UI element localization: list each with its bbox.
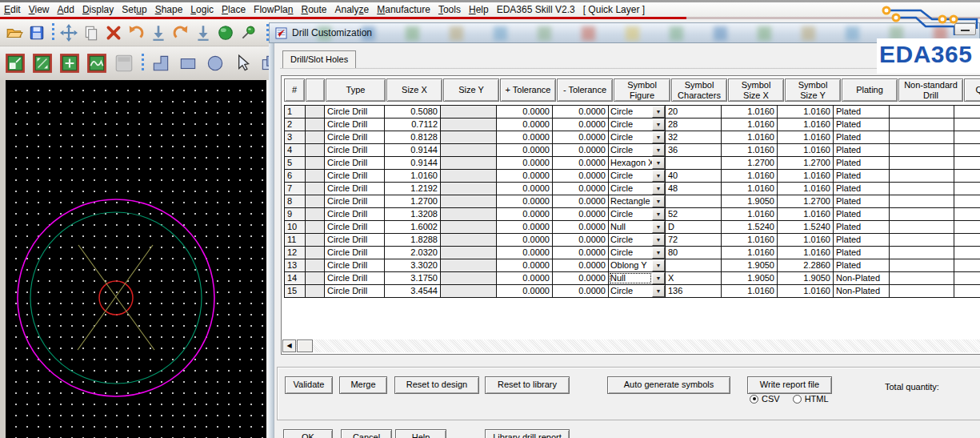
cell-size_x[interactable]: 1.0160 — [385, 169, 441, 183]
auto-generate-symbols-button[interactable]: Auto generate symbols — [607, 376, 730, 394]
menu-item-view[interactable]: View — [26, 4, 53, 15]
cell-plating[interactable]: Plated — [834, 156, 890, 170]
cell-type[interactable]: Circle Drill — [325, 182, 385, 195]
cell-plating[interactable]: Plated — [834, 143, 890, 157]
radio-html[interactable]: HTML — [793, 394, 829, 404]
cell-symbol_size_y[interactable]: 1.9050 — [778, 271, 834, 285]
merge-button[interactable]: Merge — [339, 376, 387, 394]
cell-symbol_characters[interactable]: 80 — [666, 246, 722, 259]
cell-non_standard_drill[interactable] — [890, 131, 954, 144]
symbol-figure-value[interactable]: Circle — [609, 170, 652, 182]
cell-plating[interactable]: Plated — [834, 220, 890, 234]
menu-item-display[interactable]: Display — [79, 4, 117, 15]
symbol-figure-dropdown-button[interactable]: ▼ — [652, 285, 665, 297]
menu-item-eda365-skill-v2.3[interactable]: EDA365 Skill V2.3 — [494, 4, 578, 15]
cell-symbol_figure[interactable]: Circle▼ — [609, 118, 666, 131]
symbol-figure-value[interactable]: Oblong Y — [609, 259, 652, 271]
symbol-figure-value[interactable]: Circle — [609, 183, 652, 195]
symbol-figure-dropdown-button[interactable]: ▼ — [652, 183, 665, 195]
cell-non_standard_drill[interactable] — [890, 105, 954, 119]
scroll-left-button[interactable]: ◀ — [282, 340, 296, 352]
horizontal-scrollbar[interactable]: ◀ — [282, 340, 980, 352]
undo-icon[interactable] — [127, 24, 145, 42]
radio-html-circle[interactable] — [793, 395, 802, 404]
cell-symbol_size_x[interactable]: 1.5240 — [722, 220, 778, 234]
menu-item-edit[interactable]: Edit — [1, 4, 24, 15]
ok-button[interactable]: OK — [283, 429, 333, 438]
cell-non_standard_drill[interactable] — [890, 259, 954, 272]
column-header-non_standard_drill[interactable]: Non-standard Drill — [898, 78, 963, 102]
symbol-figure-dropdown-button[interactable]: ▼ — [652, 195, 665, 207]
cell-plus_tolerance[interactable]: 0.0000 — [497, 169, 553, 183]
cell-symbol_figure[interactable]: Circle▼ — [609, 233, 666, 247]
column-header-num[interactable]: # — [284, 78, 305, 102]
pcb-canvas[interactable] — [6, 80, 266, 438]
cell-type[interactable]: Circle Drill — [325, 233, 385, 247]
cell-plus_tolerance[interactable]: 0.0000 — [497, 131, 553, 144]
cell-non_standard_drill[interactable] — [890, 156, 954, 170]
cell-symbol_characters[interactable]: X — [666, 271, 722, 285]
cell-symbol_characters[interactable]: 136 — [666, 284, 722, 298]
cell-symbol_size_y[interactable]: 1.0160 — [778, 118, 834, 131]
cell-size_x[interactable]: 1.2700 — [385, 195, 441, 208]
menu-item-quick-layer[interactable]: [ Quick Layer ] — [580, 4, 648, 15]
cell-plus_tolerance[interactable]: 0.0000 — [497, 105, 553, 119]
cell-symbol_figure[interactable]: Circle▼ — [609, 169, 666, 183]
symbol-figure-value[interactable]: Circle — [609, 131, 652, 143]
cell-non_standard_drill[interactable] — [890, 220, 954, 234]
column-header-symbol_characters[interactable]: Symbol Characters — [671, 78, 727, 102]
cell-plating[interactable]: Plated — [834, 169, 890, 183]
cell-minus_tolerance[interactable]: 0.0000 — [553, 169, 609, 183]
column-header-symbol_size_x[interactable]: Symbol Size X — [728, 78, 784, 102]
cell-plus_tolerance[interactable]: 0.0000 — [497, 271, 553, 285]
cell-plus_tolerance[interactable]: 0.0000 — [497, 182, 553, 195]
menu-item-logic[interactable]: Logic — [187, 4, 217, 15]
symbol-figure-dropdown-button[interactable]: ▼ — [652, 144, 665, 156]
cell-non_standard_drill[interactable] — [890, 182, 954, 195]
cell-minus_tolerance[interactable]: 0.0000 — [553, 182, 609, 195]
cell-plus_tolerance[interactable]: 0.0000 — [497, 233, 553, 247]
cell-non_standard_drill[interactable] — [890, 195, 954, 208]
symbol-figure-value[interactable]: Circle — [609, 144, 652, 156]
cell-quantity[interactable] — [954, 271, 980, 285]
cell-symbol_size_x[interactable]: 1.0160 — [722, 246, 778, 259]
cell-symbol_figure[interactable]: Circle▼ — [609, 182, 666, 195]
cell-non_standard_drill[interactable] — [890, 118, 954, 131]
column-header-symbol_figure[interactable]: Symbol Figure — [614, 78, 670, 102]
zoom-in-icon[interactable] — [59, 53, 80, 74]
cell-type[interactable]: Circle Drill — [325, 207, 385, 221]
cell-type[interactable]: Circle Drill — [325, 131, 385, 144]
circle-shape-icon[interactable] — [205, 53, 226, 74]
symbol-figure-dropdown-button[interactable]: ▼ — [652, 247, 665, 259]
cell-symbol_size_x[interactable]: 1.2700 — [722, 156, 778, 170]
inner-pad-circle[interactable] — [30, 212, 202, 384]
cell-symbol_figure[interactable]: Circle▼ — [609, 143, 666, 157]
cell-size_x[interactable]: 1.6002 — [385, 220, 441, 234]
dialog-titlebar[interactable]: Drill Customization — [269, 22, 980, 43]
cell-non_standard_drill[interactable] — [890, 271, 954, 285]
delete-icon[interactable] — [105, 24, 122, 42]
cell-quantity[interactable] — [954, 131, 980, 144]
cell-minus_tolerance[interactable]: 0.0000 — [553, 143, 609, 157]
cell-type[interactable]: Circle Drill — [325, 105, 385, 119]
column-header-minus_tolerance[interactable]: - Tolerance — [557, 78, 613, 102]
cell-quantity[interactable] — [954, 143, 980, 157]
cell-plus_tolerance[interactable]: 0.0000 — [497, 284, 553, 298]
cell-symbol_size_x[interactable]: 1.0160 — [722, 284, 778, 298]
symbol-figure-dropdown-button[interactable]: ▼ — [652, 119, 665, 131]
menu-item-route[interactable]: Route — [298, 4, 330, 15]
menu-item-shape[interactable]: Shape — [152, 4, 186, 15]
column-header-symbol_size_y[interactable]: Symbol Size Y — [785, 78, 841, 102]
cell-minus_tolerance[interactable]: 0.0000 — [553, 131, 609, 144]
column-header-plating[interactable]: Plating — [842, 78, 898, 102]
cell-plus_tolerance[interactable]: 0.0000 — [497, 156, 553, 170]
cell-type[interactable]: Circle Drill — [325, 259, 385, 272]
cell-symbol_size_x[interactable]: 1.0160 — [722, 169, 778, 183]
symbol-figure-value[interactable]: Rectangle — [609, 195, 652, 207]
cell-non_standard_drill[interactable] — [890, 169, 954, 183]
menu-item-flowplan[interactable]: FlowPlan — [250, 4, 296, 15]
cell-quantity[interactable] — [954, 259, 980, 272]
symbol-figure-value[interactable]: Null — [609, 272, 652, 284]
cell-plating[interactable]: Plated — [834, 195, 890, 208]
cell-plating[interactable]: Plated — [834, 233, 890, 247]
